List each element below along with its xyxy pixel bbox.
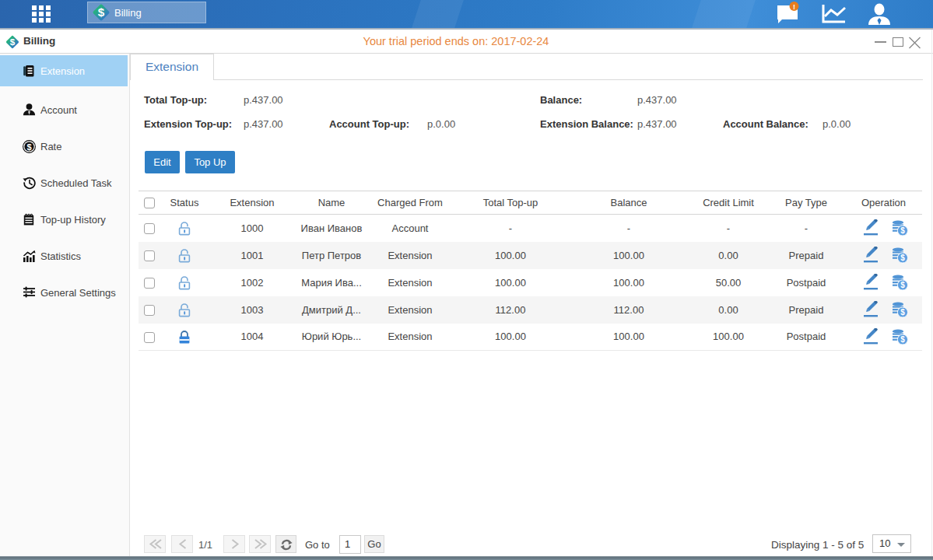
svg-text:$: $ [900,281,905,289]
svg-text:$: $ [900,335,905,344]
svg-text:$: $ [900,308,905,317]
svg-text:$: $ [98,5,105,19]
svg-text:$: $ [26,142,31,152]
svg-text:$: $ [900,254,905,262]
svg-text:!: ! [793,3,795,11]
svg-text:$: $ [900,227,905,236]
